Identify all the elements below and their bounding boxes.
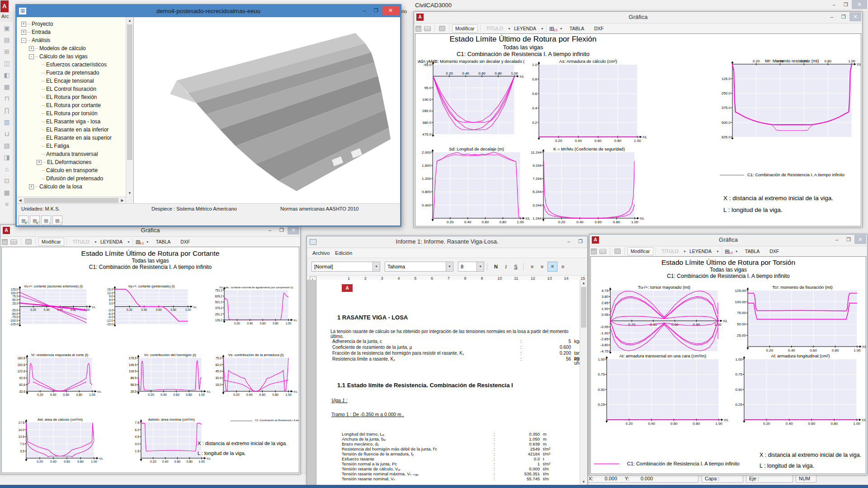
titulo-button[interactable]: TÍTULO <box>659 247 682 255</box>
tree-vscrollbar[interactable]: ▲ ▼ <box>126 17 133 204</box>
cortante-close-button[interactable]: ✕ <box>288 225 299 235</box>
align-left-button[interactable]: ≡ <box>528 262 537 271</box>
leyenda-button[interactable]: LEYENDA <box>511 24 539 33</box>
menu-partial-label[interactable]: rio <box>401 9 407 14</box>
tree-expand-icon[interactable] <box>37 177 41 181</box>
tree-item[interactable]: + Proyecto <box>17 20 126 28</box>
scroll-down-icon[interactable]: ▼ <box>126 190 133 197</box>
tree-item[interactable]: EL Control fisuración <box>17 85 126 93</box>
print-icon[interactable] <box>599 249 606 254</box>
scroll-right-icon[interactable]: ▶ <box>119 198 126 202</box>
beam-table-icon[interactable]: ▦ ↙ <box>19 216 28 225</box>
tree-expand-icon[interactable]: - <box>29 54 34 59</box>
print-icon[interactable] <box>424 26 431 31</box>
print-icon[interactable] <box>10 239 17 244</box>
tree-expand-icon[interactable] <box>37 169 41 173</box>
tree-item[interactable]: - Análisis <box>17 36 126 44</box>
leyenda-button[interactable]: LEYENDA <box>686 247 715 255</box>
main-maximize-button[interactable]: ❐ <box>840 0 852 9</box>
torsion-minimize-button[interactable]: – <box>831 235 843 244</box>
font-combo[interactable]: Tahoma▼ <box>385 262 453 272</box>
align-center-button[interactable]: ≡ <box>547 262 557 272</box>
modificar-button[interactable]: Modificar <box>38 238 64 246</box>
main-close-button[interactable]: ✕ <box>852 0 867 9</box>
side-toolbar-icon[interactable]: ◫ <box>1 58 12 69</box>
dxf-button[interactable]: DXF <box>177 238 193 246</box>
chevron-down-icon[interactable]: ▼ <box>446 262 453 271</box>
tree-expand-icon[interactable] <box>37 120 41 124</box>
tree-item[interactable]: Esfuerzos característicos <box>17 61 126 69</box>
tabla-button[interactable]: TABLA <box>742 247 763 255</box>
main-minimize-button[interactable]: – <box>828 0 840 9</box>
chevron-down-icon[interactable]: ▼ <box>373 262 380 271</box>
tree-expand-icon[interactable] <box>37 136 41 140</box>
informe-minimize-button[interactable]: – <box>563 237 575 246</box>
export-image-icon[interactable] <box>439 26 445 31</box>
tree-item[interactable]: Armadura transversal <box>17 150 126 158</box>
side-toolbar-icon[interactable]: ▦ <box>1 81 12 92</box>
informe-titlebar[interactable]: Informe 1: Informe. Rasante Viga-Losa. –… <box>307 236 587 248</box>
torsion-maximize-button[interactable]: ❐ <box>843 235 854 244</box>
informe-vscrollbar[interactable]: ▲ ▼ <box>580 280 587 485</box>
flexion-close-button[interactable]: ✕ <box>849 12 861 21</box>
italic-button[interactable]: I <box>501 262 510 271</box>
tree-item[interactable]: + EL Deformaciones <box>17 158 126 166</box>
export-image-icon[interactable] <box>614 249 621 254</box>
scroll-up-icon[interactable]: ▲ <box>126 17 133 24</box>
tree-expand-icon[interactable] <box>37 144 41 148</box>
torsion-close-button[interactable]: ✕ <box>854 235 866 244</box>
side-toolbar-icon[interactable]: ▧ <box>1 140 12 151</box>
tree-item[interactable]: EL Rotura por cortante <box>17 101 126 109</box>
tree-expand-icon[interactable] <box>37 112 41 116</box>
tree-item[interactable]: + Entrada <box>17 28 126 36</box>
tree-expand-icon[interactable] <box>37 63 41 67</box>
tree-expand-icon[interactable] <box>37 152 41 156</box>
side-toolbar-icon[interactable]: ⊓ <box>1 93 12 104</box>
menu-archivo-partial[interactable]: Arc <box>1 14 9 19</box>
side-toolbar-icon[interactable]: ▩ <box>1 187 12 198</box>
document-page[interactable]: A 1 RASANTE VIGA - LOSA La tensión rasan… <box>307 280 580 485</box>
save-icon[interactable] <box>2 239 8 245</box>
flexion-minimize-button[interactable]: – <box>826 12 838 21</box>
size-combo[interactable]: 8▼ <box>458 262 484 272</box>
tree-item[interactable]: - Cálculo de las vigas <box>17 52 126 61</box>
save-icon[interactable] <box>415 26 421 32</box>
tree-item[interactable]: EL Rasante viga - losa <box>17 117 126 126</box>
tree-item[interactable]: Cálculo en transporte <box>17 166 126 174</box>
tree-item[interactable]: EL Rasante en ala inferior <box>17 126 126 134</box>
scroll-left-icon[interactable]: ◀ <box>17 198 24 202</box>
tree-expand-icon[interactable] <box>37 103 41 108</box>
beam-table-icon[interactable]: ▦ ↑ <box>52 216 62 225</box>
modificar-button[interactable]: Modificar <box>452 24 478 33</box>
bold-button[interactable]: N <box>491 262 500 271</box>
tree-item[interactable]: EL Rotura por flexión <box>17 93 126 101</box>
side-toolbar-icon[interactable]: ◨ <box>1 152 12 163</box>
tree-expand-icon[interactable] <box>37 95 41 99</box>
tabla-button[interactable]: TABLA <box>566 24 587 33</box>
leyenda-button[interactable]: LEYENDA <box>97 238 126 246</box>
side-toolbar-icon[interactable]: ▤ <box>1 34 12 45</box>
tree-hscrollbar[interactable]: ◀ ▶ <box>17 197 126 204</box>
underline-button[interactable]: S <box>511 262 520 271</box>
save-icon[interactable] <box>591 249 597 254</box>
tree-expand-icon[interactable] <box>37 128 41 132</box>
tree-item[interactable]: EL Rotura por torsión <box>17 109 126 117</box>
tree-item[interactable]: + Cálculo de la losa <box>17 183 126 191</box>
taskbar[interactable] <box>0 485 868 488</box>
tree-item[interactable]: Fuerza de pretensado <box>17 69 126 77</box>
tree-expand-icon[interactable]: + <box>29 46 34 51</box>
scroll-up-icon[interactable]: ▲ <box>580 280 587 286</box>
export-image-icon[interactable] <box>25 239 32 244</box>
informe-maximize-button[interactable]: ❐ <box>575 237 586 246</box>
dxf-button[interactable]: DXF <box>766 247 782 255</box>
flexion-maximize-button[interactable]: ❐ <box>838 12 849 21</box>
cortante-minimize-button[interactable]: – <box>264 225 276 235</box>
dxf-button[interactable]: DXF <box>591 24 607 33</box>
tree-item[interactable]: EL Fatiga <box>17 142 126 150</box>
style-combo[interactable]: [Normal]▼ <box>311 262 380 272</box>
modificar-button[interactable]: Modificar <box>627 247 653 255</box>
side-toolbar-icon[interactable]: ⊡ <box>1 175 12 186</box>
tree-expand-icon[interactable]: + <box>37 160 42 165</box>
torsion-titlebar[interactable]: A Gráfica – ❐ ✕ <box>590 235 867 246</box>
tree-item[interactable]: EL Encaje tensional <box>17 77 126 85</box>
